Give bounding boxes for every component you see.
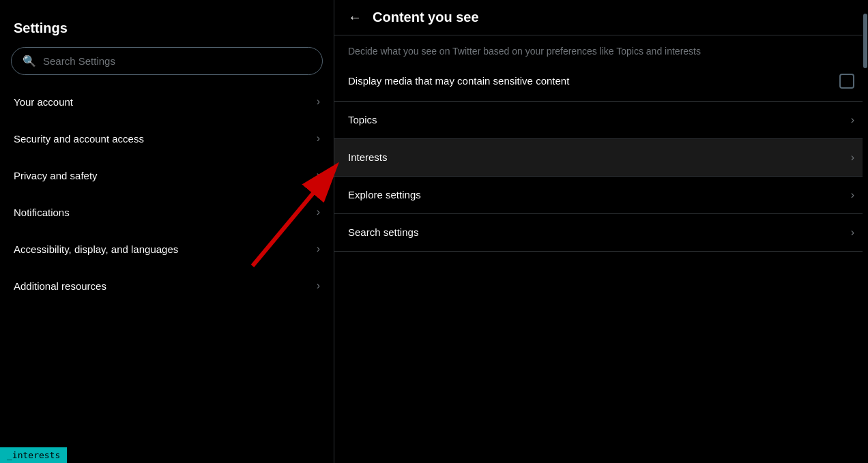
chevron-right-icon: › (851, 114, 854, 126)
content-item-label: Interests (348, 151, 388, 163)
content-item-right: › (851, 114, 854, 126)
status-bar: _interests (0, 447, 67, 463)
scrollbar[interactable] (863, 0, 868, 463)
content-item-right: › (851, 189, 854, 201)
sidebar-item-label: Additional resources (14, 280, 106, 292)
back-arrow-icon: ← (348, 10, 362, 25)
sidebar-item-security[interactable]: Security and account access › (0, 120, 334, 157)
sidebar-item-privacy-safety[interactable]: Privacy and safety › (0, 157, 334, 194)
content-item-interests[interactable]: Interests › (334, 139, 868, 177)
sidebar-item-label: Accessibility, display, and languages (14, 243, 178, 255)
content-item-right: › (851, 226, 854, 239)
sidebar-item-accessibility[interactable]: Accessibility, display, and languages › (0, 230, 334, 267)
right-panel: ← Content you see Decide what you see on… (334, 0, 868, 463)
content-item-right (839, 74, 854, 89)
back-button[interactable]: ← (348, 10, 362, 25)
content-item-label: Explore settings (348, 189, 421, 200)
sidebar-item-your-account[interactable]: Your account › (0, 83, 334, 120)
chevron-right-icon: › (851, 189, 854, 201)
left-panel: Settings 🔍 Search Settings Your account … (0, 0, 334, 463)
chevron-right-icon: › (851, 151, 854, 164)
search-bar-wrapper: 🔍 Search Settings (0, 47, 334, 83)
search-bar-placeholder: Search Settings (43, 55, 115, 67)
sidebar-item-additional-resources[interactable]: Additional resources › (0, 267, 334, 304)
content-item-search-settings[interactable]: Search settings › (334, 214, 868, 252)
right-panel-subtitle: Decide what you see on Twitter based on … (334, 35, 868, 61)
content-item-right: › (851, 151, 854, 164)
sidebar-item-notifications[interactable]: Notifications › (0, 194, 334, 230)
sidebar-item-label: Your account (14, 96, 73, 108)
sidebar-item-label: Security and account access (14, 133, 144, 145)
chevron-right-icon: › (317, 280, 320, 292)
content-item-explore-settings[interactable]: Explore settings › (334, 177, 868, 214)
right-panel-header: ← Content you see (334, 0, 868, 35)
checkbox-sensitive-media[interactable] (839, 74, 854, 89)
content-item-topics[interactable]: Topics › (334, 102, 868, 139)
settings-title: Settings (0, 14, 334, 47)
search-icon: 🔍 (23, 55, 36, 68)
search-bar[interactable]: 🔍 Search Settings (11, 47, 323, 75)
chevron-right-icon: › (317, 206, 320, 218)
sidebar-item-label: Privacy and safety (14, 170, 98, 181)
chevron-right-icon: › (317, 132, 320, 145)
scrollbar-thumb[interactable] (863, 14, 867, 68)
chevron-right-icon: › (317, 169, 320, 181)
sidebar-item-label: Notifications (14, 207, 70, 218)
content-item-label: Search settings (348, 226, 418, 238)
right-panel-title: Content you see (373, 10, 479, 25)
chevron-right-icon: › (317, 243, 320, 255)
content-item-sensitive-media[interactable]: Display media that may contain sensitive… (334, 61, 868, 102)
content-item-label: Display media that may contain sensitive… (348, 75, 569, 87)
chevron-right-icon: › (851, 226, 854, 239)
chevron-right-icon: › (317, 95, 320, 108)
content-item-label: Topics (348, 114, 377, 125)
